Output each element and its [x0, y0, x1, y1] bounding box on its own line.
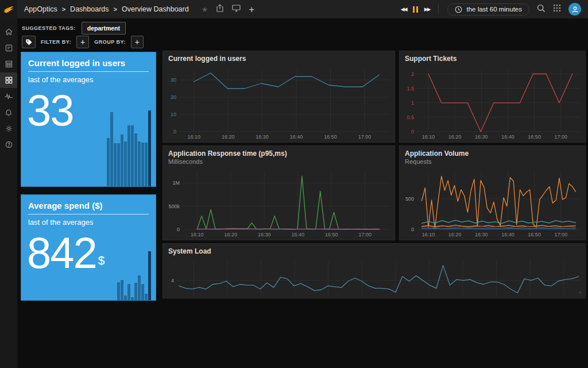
app-grid-icon[interactable] [553, 4, 561, 14]
chart-canvas[interactable]: 16:1016:2016:3016:4016:5017:0000.511.52 [400, 66, 585, 142]
chart-title: Application Response time (p95,ms) [168, 150, 287, 158]
sidebar-item-dashboards[interactable] [0, 72, 17, 88]
svg-text:0.5: 0.5 [407, 114, 414, 120]
svg-text:16:40: 16:40 [501, 232, 514, 237]
svg-text:16:20: 16:20 [222, 134, 235, 140]
chart-canvas[interactable]: 16:1016:2016:3016:4016:5017:000500k1M [163, 168, 394, 240]
svg-text:30: 30 [171, 77, 176, 83]
svg-text:16:40: 16:40 [290, 134, 303, 140]
favorite-star-icon[interactable]: ★ [202, 5, 208, 14]
breadcrumb-current-page[interactable]: Overview Dashboard [122, 5, 189, 13]
breadcrumb-separator: > [114, 6, 117, 13]
svg-text:16:20: 16:20 [448, 134, 462, 140]
sidebar-item-home[interactable] [0, 24, 17, 40]
svg-text:0: 0 [411, 227, 414, 232]
svg-text:16:30: 16:30 [256, 134, 269, 140]
fast-forward-icon[interactable]: ▶▶ [424, 6, 430, 12]
svg-text:17:00: 17:00 [555, 232, 568, 237]
dashboard-icon [5, 76, 13, 85]
share-icon[interactable] [216, 4, 224, 15]
resize-handle-icon[interactable]: + [578, 288, 582, 297]
report-icon [5, 44, 13, 52]
svg-text:2: 2 [411, 71, 414, 77]
help-icon [5, 140, 13, 149]
svg-text:0: 0 [177, 227, 180, 232]
add-group-button[interactable]: + [131, 36, 144, 48]
clock-icon [455, 6, 462, 13]
svg-text:17:00: 17:00 [358, 134, 372, 140]
breadcrumb-dashboards[interactable]: Dashboards [70, 5, 109, 13]
activity-pulse-icon [4, 93, 13, 101]
svg-text:0: 0 [173, 129, 176, 135]
sidebar-item-alerts[interactable] [0, 105, 17, 120]
stat-tile-average-spend[interactable]: Average spend ($) last of the averages 8… [21, 194, 156, 301]
chart-subtitle: Requests [405, 158, 431, 165]
chart-canvas[interactable]: 16:1016:2016:3016:4016:5017:000500 [400, 168, 585, 240]
rewind-icon[interactable]: ◀◀ [401, 6, 407, 12]
chart-title: Support Tickets [405, 55, 457, 63]
chart-title: Application Volume [405, 150, 469, 158]
stat-tile-title: Current logged in users [28, 58, 149, 72]
sidebar-item-settings[interactable] [0, 121, 17, 136]
tag-icon [25, 39, 33, 46]
breadcrumb-appoptics[interactable]: AppOptics [24, 5, 57, 13]
svg-text:0: 0 [411, 129, 414, 135]
svg-text:17:00: 17:00 [555, 134, 568, 140]
svg-text:16:30: 16:30 [475, 134, 488, 140]
stat-tile-logged-in-users[interactable]: Current logged in users last of the aver… [21, 52, 156, 187]
breadcrumb-separator: > [62, 6, 65, 13]
time-range-selector[interactable]: the last 60 minutes [447, 3, 529, 16]
stat-tile-title: Average spend ($) [28, 201, 149, 214]
user-avatar[interactable] [568, 3, 581, 16]
chart-panel-system-load: System Load 4 + [163, 243, 586, 298]
tag-button[interactable] [22, 36, 36, 48]
solarwinds-logo-icon[interactable] [0, 0, 17, 18]
sidebar-item-reports[interactable] [0, 40, 17, 56]
svg-text:16:50: 16:50 [325, 232, 338, 237]
sidebar-item-services[interactable] [0, 89, 17, 104]
top-navbar: AppOptics > Dashboards > Overview Dashbo… [0, 0, 588, 18]
stat-tile-sparkbars [107, 108, 151, 186]
svg-text:500: 500 [405, 196, 414, 202]
svg-text:16:20: 16:20 [224, 232, 237, 237]
app-root: AppOptics > Dashboards > Overview Dashbo… [0, 0, 588, 368]
bell-icon [5, 108, 13, 117]
chart-canvas[interactable]: 16:1016:2016:3016:4016:5017:000102030 [163, 66, 394, 142]
stat-tile-unit: $ [98, 255, 105, 266]
chart-title: Current logged in users [168, 55, 246, 63]
suggested-tags-label: SUGGESTED TAGS: [22, 25, 76, 31]
breadcrumb: AppOptics > Dashboards > Overview Dashbo… [24, 5, 189, 13]
suggested-tags-bar: SUGGESTED TAGS: department [22, 22, 126, 34]
pause-icon[interactable] [413, 6, 418, 13]
stat-tile-value: 33 [27, 90, 75, 131]
stat-tile-value: 842$ [27, 232, 105, 274]
metrics-table-icon [5, 60, 13, 68]
svg-text:16:50: 16:50 [528, 232, 541, 237]
search-icon[interactable] [537, 4, 546, 15]
gear-icon [5, 124, 13, 133]
svg-text:16:10: 16:10 [187, 134, 200, 140]
svg-text:16:50: 16:50 [324, 134, 337, 140]
svg-text:1.5: 1.5 [407, 86, 414, 91]
svg-text:16:20: 16:20 [448, 232, 462, 237]
chart-panel-logged-in-users: Current logged in users 16:1016:2016:301… [163, 51, 395, 143]
filter-by-label: FILTER BY: [41, 39, 71, 45]
tag-chip-department[interactable]: department [82, 22, 126, 34]
group-by-label: GROUP BY: [94, 39, 126, 45]
chart-panel-application-volume: Application Volume Requests 16:1016:2016… [399, 145, 586, 240]
display-mode-icon[interactable] [232, 4, 241, 14]
sidebar-item-help[interactable] [0, 137, 17, 152]
time-range-label: the last 60 minutes [466, 6, 522, 13]
svg-text:4: 4 [171, 278, 174, 283]
chart-panel-support-tickets: Support Tickets 16:1016:2016:3016:4016:5… [399, 51, 586, 143]
svg-text:16:50: 16:50 [528, 134, 541, 140]
svg-text:16:30: 16:30 [475, 232, 488, 237]
chart-canvas[interactable]: 4 [163, 256, 585, 298]
svg-text:16:10: 16:10 [422, 232, 435, 237]
chart-title: System Load [168, 247, 211, 255]
add-chart-icon[interactable]: + [249, 5, 254, 14]
sidebar-item-metrics[interactable] [0, 56, 17, 72]
add-filter-button[interactable]: + [76, 36, 89, 48]
svg-text:17:00: 17:00 [358, 232, 372, 237]
person-icon [571, 6, 579, 13]
